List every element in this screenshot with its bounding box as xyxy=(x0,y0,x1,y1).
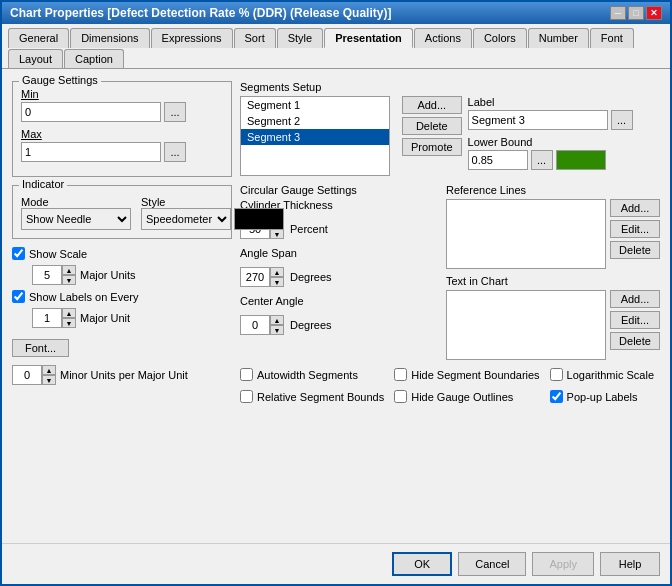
segment-buttons: Add... Delete Promote xyxy=(402,96,462,176)
circular-gauge-title: Circular Gauge Settings xyxy=(240,184,438,196)
ok-button[interactable]: OK xyxy=(392,552,452,576)
major-units-input[interactable] xyxy=(32,265,62,285)
text-edit-button[interactable]: Edit... xyxy=(610,311,660,329)
text-in-chart-section: Text in Chart Add... Edit... Delete xyxy=(446,275,660,360)
ref-lines-add-button[interactable]: Add... xyxy=(610,199,660,217)
tab-colors[interactable]: Colors xyxy=(473,28,527,48)
right-panels: Reference Lines Add... Edit... Delete xyxy=(446,184,660,360)
hide-boundaries-checkbox[interactable] xyxy=(394,368,407,381)
hide-outlines-checkbox[interactable] xyxy=(394,390,407,403)
minor-units-up[interactable]: ▲ xyxy=(42,365,56,375)
indicator-color-swatch[interactable] xyxy=(234,208,284,230)
max-input-row: ... xyxy=(21,142,223,162)
gauge-settings-label: Gauge Settings xyxy=(19,74,101,86)
text-delete-button[interactable]: Delete xyxy=(610,332,660,350)
min-input[interactable] xyxy=(21,102,161,122)
tab-sort[interactable]: Sort xyxy=(234,28,276,48)
reference-lines-buttons: Add... Edit... Delete xyxy=(610,199,660,259)
angle-span-up[interactable]: ▲ xyxy=(270,267,284,277)
center-angle-input[interactable] xyxy=(240,315,270,335)
minor-units-input[interactable] xyxy=(12,365,42,385)
mode-select[interactable]: Show Needle Show Bar Show Marker xyxy=(21,208,131,230)
major-units-down[interactable]: ▼ xyxy=(62,275,76,285)
text-in-chart-buttons: Add... Edit... Delete xyxy=(610,290,660,350)
ref-lines-delete-button[interactable]: Delete xyxy=(610,241,660,259)
apply-button[interactable]: Apply xyxy=(532,552,594,576)
labels-every-up[interactable]: ▲ xyxy=(62,308,76,318)
angle-span-down[interactable]: ▼ xyxy=(270,277,284,287)
check-col-1: Autowidth Segments Relative Segment Boun… xyxy=(240,368,384,408)
segment-2[interactable]: Segment 2 xyxy=(241,113,389,129)
tab-presentation[interactable]: Presentation xyxy=(324,28,413,48)
mode-style-row: Mode Show Needle Show Bar Show Marker St… xyxy=(21,196,223,230)
cylinder-thickness-down[interactable]: ▼ xyxy=(270,229,284,239)
tab-actions[interactable]: Actions xyxy=(414,28,472,48)
minor-units-arrows: ▲ ▼ xyxy=(42,365,56,385)
labels-every-input[interactable] xyxy=(32,308,62,328)
footer: OK Cancel Apply Help xyxy=(2,543,670,584)
relative-label: Relative Segment Bounds xyxy=(257,391,384,403)
tab-layout[interactable]: Layout xyxy=(8,49,63,68)
window-title: Chart Properties [Defect Detection Rate … xyxy=(10,6,391,20)
tab-number[interactable]: Number xyxy=(528,28,589,48)
label-area: Label ... Lower Bound ... xyxy=(468,96,660,176)
logarithmic-checkbox[interactable] xyxy=(550,368,563,381)
labels-every-down[interactable]: ▼ xyxy=(62,318,76,328)
center-angle-up[interactable]: ▲ xyxy=(270,315,284,325)
minimize-button[interactable]: ─ xyxy=(610,6,626,20)
min-input-row: ... xyxy=(21,102,223,122)
major-units-up[interactable]: ▲ xyxy=(62,265,76,275)
lower-bound-color-swatch[interactable] xyxy=(556,150,606,170)
autowidth-checkbox[interactable] xyxy=(240,368,253,381)
reference-lines-section: Reference Lines Add... Edit... Delete xyxy=(446,184,660,269)
lower-bound-input[interactable] xyxy=(468,150,528,170)
title-bar: Chart Properties [Defect Detection Rate … xyxy=(2,2,670,24)
check-col-2: Hide Segment Boundaries Hide Gauge Outli… xyxy=(394,368,539,408)
max-input[interactable] xyxy=(21,142,161,162)
popup-row: Pop-up Labels xyxy=(550,390,654,403)
angle-span-input[interactable] xyxy=(240,267,270,287)
tab-general[interactable]: General xyxy=(8,28,69,48)
style-column: Style Speedometer Cylinder LED xyxy=(141,196,284,230)
major-units-label: Major Units xyxy=(80,269,136,281)
text-add-button[interactable]: Add... xyxy=(610,290,660,308)
segments-delete-button[interactable]: Delete xyxy=(402,117,462,135)
segments-add-button[interactable]: Add... xyxy=(402,96,462,114)
show-scale-checkbox[interactable] xyxy=(12,247,25,260)
relative-checkbox[interactable] xyxy=(240,390,253,403)
autowidth-row: Autowidth Segments xyxy=(240,368,384,381)
tab-caption[interactable]: Caption xyxy=(64,49,124,68)
help-button[interactable]: Help xyxy=(600,552,660,576)
max-browse-button[interactable]: ... xyxy=(164,142,186,162)
tab-expressions[interactable]: Expressions xyxy=(151,28,233,48)
label-browse-button[interactable]: ... xyxy=(611,110,633,130)
popup-checkbox[interactable] xyxy=(550,390,563,403)
segments-promote-button[interactable]: Promote xyxy=(402,138,462,156)
minor-units-down[interactable]: ▼ xyxy=(42,375,56,385)
tab-style[interactable]: Style xyxy=(277,28,323,48)
indicator-group: Indicator Mode Show Needle Show Bar Show… xyxy=(12,185,232,239)
center-angle-down[interactable]: ▼ xyxy=(270,325,284,335)
tab-font[interactable]: Font xyxy=(590,28,634,48)
segment-1[interactable]: Segment 1 xyxy=(241,97,389,113)
center-angle-spinbox: ▲ ▼ xyxy=(240,315,284,335)
text-in-chart-panel: Add... Edit... Delete xyxy=(446,290,660,360)
style-label: Style xyxy=(141,196,284,208)
text-in-chart-title: Text in Chart xyxy=(446,275,660,287)
label-field-label: Label xyxy=(468,96,660,108)
cancel-button[interactable]: Cancel xyxy=(458,552,526,576)
reference-lines-title: Reference Lines xyxy=(446,184,660,196)
close-button[interactable]: ✕ xyxy=(646,6,662,20)
ref-lines-edit-button[interactable]: Edit... xyxy=(610,220,660,238)
min-browse-button[interactable]: ... xyxy=(164,102,186,122)
segment-3[interactable]: Segment 3 xyxy=(241,129,389,145)
tab-dimensions[interactable]: Dimensions xyxy=(70,28,149,48)
maximize-button[interactable]: □ xyxy=(628,6,644,20)
lower-bound-browse[interactable]: ... xyxy=(531,150,553,170)
text-in-chart-box xyxy=(446,290,606,360)
style-select[interactable]: Speedometer Cylinder LED xyxy=(141,208,231,230)
font-button[interactable]: Font... xyxy=(12,339,69,357)
label-input[interactable] xyxy=(468,110,608,130)
reference-lines-panel: Add... Edit... Delete xyxy=(446,199,660,269)
show-labels-checkbox[interactable] xyxy=(12,290,25,303)
